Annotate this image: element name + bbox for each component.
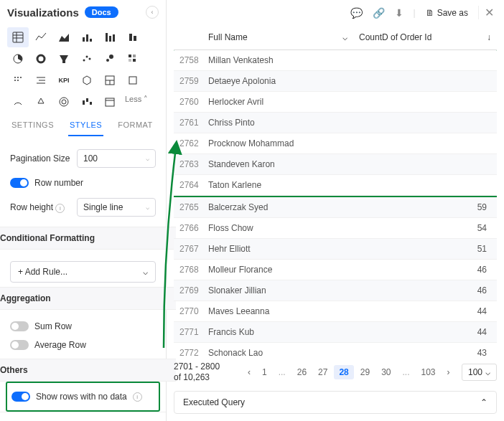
- sort-desc-icon[interactable]: ↓: [487, 32, 491, 42]
- pager-next[interactable]: ›: [442, 365, 455, 379]
- pager-page[interactable]: 103: [416, 365, 441, 379]
- svg-point-17: [106, 59, 109, 62]
- table-body: 2758Millan Venkatesh2759Detaeye Apolonia…: [174, 50, 497, 357]
- column-chart-icon[interactable]: [99, 27, 121, 47]
- pager-page[interactable]: 27: [313, 365, 332, 379]
- svg-point-13: [37, 55, 45, 62]
- pagination-size-label: Pagination Size: [10, 153, 70, 164]
- table-row[interactable]: 2766Floss Chow54: [174, 218, 497, 239]
- table-row[interactable]: 2763Standeven Karon: [174, 154, 497, 175]
- pager-page[interactable]: 28: [334, 365, 353, 379]
- docs-badge[interactable]: Docs: [85, 6, 118, 18]
- table-row[interactable]: 2769Slonaker Jillian46: [174, 280, 497, 301]
- svg-rect-11: [134, 36, 136, 41]
- col-count-order[interactable]: CountD of Order Id↓: [353, 29, 497, 45]
- add-rule-button[interactable]: + Add Rule...⌵: [10, 261, 156, 283]
- svg-rect-19: [129, 55, 131, 57]
- table-row[interactable]: 2758Millan Venkatesh: [174, 50, 497, 71]
- cell-count: 43: [360, 346, 497, 357]
- cell-count: [360, 75, 497, 87]
- sunburst-chart-icon[interactable]: [53, 92, 75, 112]
- heatmap-chart-icon[interactable]: [122, 49, 144, 69]
- pager-page[interactable]: 30: [376, 365, 396, 379]
- cell-rownum: 2764: [174, 179, 202, 191]
- show-no-data-toggle[interactable]: [11, 392, 30, 402]
- save-as-button[interactable]: 🗎Save as: [426, 8, 468, 18]
- pager-page[interactable]: 26: [292, 365, 312, 379]
- collapse-sidebar-icon[interactable]: ‹: [146, 6, 159, 19]
- svg-point-26: [14, 80, 16, 81]
- table-row[interactable]: 2759Detaeye Apolonia: [174, 71, 497, 92]
- average-row-toggle[interactable]: [10, 340, 29, 350]
- scatter-chart-icon[interactable]: [76, 49, 98, 69]
- dots-chart-icon[interactable]: [7, 70, 29, 90]
- waterfall-chart-icon[interactable]: [76, 92, 98, 112]
- table-row[interactable]: 2761Chriss Pinto: [174, 113, 497, 133]
- box-icon[interactable]: [122, 70, 144, 90]
- chevron-up-icon: ⌃: [480, 397, 487, 407]
- tab-settings[interactable]: SETTINGS: [10, 120, 55, 136]
- hex-chart-icon[interactable]: [76, 70, 98, 90]
- cell-count: 46: [360, 263, 497, 276]
- row-number-toggle[interactable]: [10, 178, 29, 188]
- stacked-chart-icon[interactable]: [122, 27, 144, 47]
- tab-styles[interactable]: STYLES: [68, 120, 103, 136]
- page-title: Visualizations: [7, 6, 79, 19]
- table-row[interactable]: 2767Hehr Elliott51: [174, 239, 497, 260]
- cell-rownum: 2769: [174, 284, 202, 297]
- info-icon[interactable]: i: [133, 392, 142, 402]
- treemap-chart-icon[interactable]: [99, 70, 121, 90]
- cell-name: Francis Kub: [202, 326, 360, 339]
- col-full-name[interactable]: Full Name⌵: [202, 29, 353, 45]
- col-rownum: [174, 29, 202, 45]
- funnel-chart-icon[interactable]: [53, 49, 75, 69]
- table-row[interactable]: 2764Taton Karlene: [174, 175, 497, 196]
- cell-rownum: 2772: [174, 346, 202, 357]
- pie-chart-icon[interactable]: [7, 49, 29, 69]
- cell-name: Maves Leeanna: [202, 305, 360, 318]
- svg-rect-40: [86, 98, 88, 102]
- table-chart-icon[interactable]: [7, 27, 29, 47]
- chart-type-grid: KPI Less ˄: [0, 24, 166, 113]
- kpi-chart-icon[interactable]: KPI: [53, 70, 75, 90]
- row-height-select[interactable]: Single line⌵: [77, 198, 156, 217]
- radar-chart-icon[interactable]: [30, 92, 52, 112]
- less-toggle[interactable]: Less ˄: [122, 92, 151, 112]
- indent-chart-icon[interactable]: [30, 70, 52, 90]
- cell-name: Procknow Mohammad: [202, 137, 360, 150]
- cell-name: Balcerzak Syed: [202, 201, 360, 214]
- table-row[interactable]: 2771Francis Kub44: [174, 322, 497, 343]
- bubble-chart-icon[interactable]: [99, 49, 121, 69]
- table-row[interactable]: 2772Schonack Lao43: [174, 343, 497, 357]
- svg-point-15: [86, 56, 88, 58]
- download-icon[interactable]: ⬇: [395, 7, 403, 19]
- line-chart-icon[interactable]: [30, 27, 52, 47]
- table-row[interactable]: 2760Herlocker Avril: [174, 92, 497, 113]
- executed-query-panel[interactable]: Executed Query⌃: [174, 391, 497, 414]
- donut-chart-icon[interactable]: [30, 49, 52, 69]
- per-page-select[interactable]: 100⌵: [462, 364, 497, 381]
- cell-rownum: 2761: [174, 116, 202, 129]
- pager-page[interactable]: 29: [355, 365, 375, 379]
- table-row[interactable]: 2770Maves Leeanna44: [174, 301, 497, 322]
- bar-chart-icon[interactable]: [76, 27, 98, 47]
- pager-prev[interactable]: ‹: [243, 365, 256, 379]
- table-row[interactable]: 2762Procknow Mohammad: [174, 133, 497, 154]
- tab-format[interactable]: FORMAT: [116, 120, 154, 136]
- table-row[interactable]: 2768Molleur Florance46: [174, 260, 497, 280]
- info-icon[interactable]: i: [55, 204, 65, 213]
- cell-rownum: 2763: [174, 158, 202, 171]
- comment-icon[interactable]: 💬: [350, 7, 363, 19]
- sum-row-toggle[interactable]: [10, 321, 29, 331]
- cell-rownum: 2759: [174, 75, 202, 87]
- close-button[interactable]: ✕: [478, 6, 494, 19]
- pagination-size-select[interactable]: 100⌵: [77, 149, 156, 168]
- table-row[interactable]: 2765Balcerzak Syed59: [174, 197, 497, 218]
- cell-count: [360, 137, 497, 150]
- calendar-chart-icon[interactable]: [99, 92, 121, 112]
- gauge-chart-icon[interactable]: [7, 92, 29, 112]
- chevron-down-icon[interactable]: ⌵: [342, 32, 347, 42]
- link-icon[interactable]: 🔗: [373, 7, 385, 19]
- pager-page[interactable]: 1: [257, 365, 272, 379]
- area-chart-icon[interactable]: [53, 27, 75, 47]
